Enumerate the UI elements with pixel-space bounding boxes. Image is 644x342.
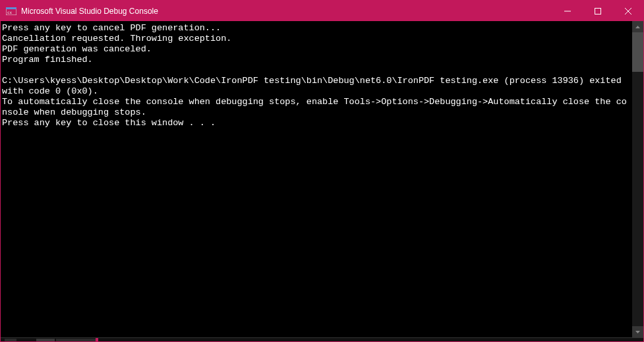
minimize-button[interactable] [552, 1, 583, 21]
close-button[interactable] [613, 1, 643, 21]
output-line: Press any key to cancel PDF generation..… [2, 23, 221, 33]
console-window: cx Microsoft Visual Studio Debug Console… [0, 0, 644, 342]
scrollbar-up-button[interactable] [632, 21, 643, 32]
output-line: Press any key to close this window . . . [2, 118, 216, 128]
scrollbar-down-button[interactable] [632, 326, 643, 337]
window-title: Microsoft Visual Studio Debug Console [21, 7, 552, 16]
maximize-button[interactable] [583, 1, 613, 21]
titlebar[interactable]: cx Microsoft Visual Studio Debug Console [1, 1, 643, 21]
output-line: To automatically close the console when … [2, 97, 627, 117]
output-line: C:\Users\kyess\Desktop\Desktop\Work\Code… [2, 76, 627, 96]
svg-marker-8 [635, 331, 640, 333]
console-area: Press any key to cancel PDF generation..… [1, 21, 643, 337]
taskbar-item [5, 339, 16, 341]
taskbar-accent [96, 338, 98, 342]
vertical-scrollbar[interactable] [632, 21, 643, 337]
svg-marker-7 [635, 26, 640, 28]
output-line: Program finished. [2, 55, 93, 65]
svg-text:cx: cx [7, 10, 13, 14]
svg-rect-4 [595, 8, 601, 14]
output-line: Cancellation requested. Throwing excepti… [2, 34, 231, 43]
scrollbar-thumb[interactable] [632, 32, 643, 72]
taskbar-item [56, 339, 96, 341]
taskbar-item [36, 339, 55, 341]
taskbar-fragment [1, 337, 643, 341]
app-icon: cx [6, 7, 16, 16]
output-line: PDF generation was canceled. [2, 44, 152, 54]
console-output[interactable]: Press any key to cancel PDF generation..… [1, 21, 632, 337]
window-controls [552, 1, 643, 21]
svg-rect-1 [6, 7, 16, 9]
